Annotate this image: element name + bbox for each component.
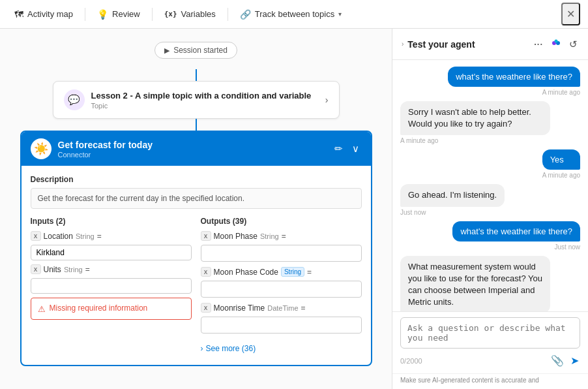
edit-icon: ✏ [334,143,343,154]
location-input[interactable] [31,245,192,260]
close-button[interactable]: ✕ [561,3,580,25]
message-2-time: A minute ago [400,137,550,144]
chat-bubble-icon: 💬 [68,94,80,106]
error-box: ⚠ Missing required information [31,298,192,320]
message-2: Sorry I wasn't able to help better. Woul… [400,101,550,144]
session-started-container: ▶ Session started [13,42,379,59]
chat-body: what's the weathere like there? A minute… [392,60,588,311]
error-text: Missing required information [50,303,148,313]
moon-phase-type: String [260,232,279,240]
chat-input[interactable] [400,317,580,349]
warning-icon: ⚠ [38,304,46,314]
connector-header-text: Get forecast for today Connector [58,140,325,159]
message-2-bubble: Sorry I wasn't able to help better. Woul… [400,101,550,135]
chat-footer-row: 0/2000 📎 ➤ [400,353,580,368]
refresh-button[interactable]: ↺ [568,37,579,52]
moon-phase-output [201,245,362,262]
moon-phase-code-eq: = [307,268,312,277]
output-row-moon-phase: x Moon Phase String = [201,231,362,241]
message-1-time: A minute ago [448,89,580,96]
moon-phase-badge: x [201,231,211,241]
play-icon: ▶ [164,46,169,55]
left-panel: ▶ Session started 💬 Lesson 2 - A simple … [0,29,392,389]
units-input[interactable] [31,278,192,294]
location-badge: x [31,231,41,241]
attach-button[interactable]: 📎 [550,353,565,368]
topbar-review-label: Review [112,9,140,19]
chevron-down-icon: ▾ [338,10,342,18]
topbar-review[interactable]: 💡 Review [91,5,147,23]
main-content: ▶ Session started 💬 Lesson 2 - A simple … [0,29,588,389]
description-text: Get the forecast for the current day in … [31,188,362,209]
copilot-logo-button[interactable] [548,35,564,53]
variables-icon: {x} [164,10,177,18]
see-more-button[interactable]: › See more (36) [201,341,362,356]
chat-header-actions: ··· ↺ [533,35,579,53]
location-eq: = [97,232,102,241]
connector-title: Get forecast for today [58,140,325,150]
topbar: 🗺 Activity map 💡 Review {x} Variables 🔗 … [0,0,588,29]
send-icon: ➤ [570,355,579,366]
chat-header: › Test your agent ··· ↺ [392,29,588,60]
connector-subtitle: Connector [58,151,325,159]
more-options-button[interactable]: ··· [533,38,544,50]
see-more-label: See more (36) [206,344,256,353]
collapse-icon: ∨ [352,143,359,154]
send-button[interactable]: ➤ [569,353,580,368]
sun-icon: ☀️ [34,142,48,156]
inputs-col: Inputs (2) x Location String = [31,217,192,356]
track-icon: 🔗 [240,9,251,20]
moon-phase-code-badge: x [201,267,211,277]
topic-node[interactable]: 💬 Lesson 2 - A simple topic with a condi… [53,81,340,119]
message-1: what's the weathere like there? A minute… [448,67,580,96]
edit-button[interactable]: ✏ [332,142,345,156]
message-4-time: Just now [400,209,505,216]
units-name: Units [44,265,61,274]
chat-footer: 0/2000 📎 ➤ [392,311,588,373]
location-type: String [76,232,95,240]
input-row-units: x Units String = [31,264,192,274]
message-3-bubble: Yes [542,149,580,170]
message-5-time: Just now [452,243,580,251]
svg-point-2 [555,40,558,43]
review-icon: 💡 [97,9,108,20]
topbar-activity-map-label: Activity map [27,9,73,19]
connector-body: Description Get the forecast for the cur… [22,166,371,365]
connector-header-actions: ✏ ∨ [332,142,362,156]
topic-node-text: Lesson 2 - A simple topic with a conditi… [91,91,319,110]
message-4-bubble: Go ahead. I'm listening. [400,184,505,206]
message-1-bubble: what's the weathere like there? [448,67,580,87]
description-label: Description [31,175,362,184]
message-4: Go ahead. I'm listening. Just now [400,184,505,215]
moonrise-badge: x [201,303,211,313]
connector-line-2 [196,119,197,131]
moonrise-type: DateTime [267,304,298,312]
message-3: Yes A minute ago [542,149,580,179]
io-row: Inputs (2) x Location String = [31,217,362,356]
units-eq: = [85,265,90,274]
chat-title: Test your agent [407,39,529,50]
topic-icon: 💬 [64,89,85,110]
message-5-bubble: what's the weather like there? [452,221,580,241]
topbar-separator-3 [228,8,228,21]
topbar-track[interactable]: 🔗 Track between topics ▾ [233,5,348,23]
moonrise-eq: = [301,303,306,313]
message-5: what's the weather like there? Just now [452,221,580,251]
message-6: What measurement system would you like t… [400,256,550,311]
connector-line-1 [196,69,197,81]
moonrise-output [201,317,362,334]
chat-disclaimer: Make sure AI-generated content is accura… [392,373,588,389]
expand-icon[interactable]: › [402,40,404,48]
outputs-col: Outputs (39) x Moon Phase String = [201,217,362,356]
topbar-activity-map[interactable]: 🗺 Activity map [8,5,80,23]
connector-icon-wrap: ☀️ [31,138,51,159]
map-icon: 🗺 [14,9,23,20]
topbar-variables[interactable]: {x} Variables [158,5,222,23]
moonrise-name: Moonrise Time [214,303,265,313]
collapse-button[interactable]: ∨ [349,142,362,156]
session-started-button[interactable]: ▶ Session started [154,42,237,59]
moon-phase-code-name: Moon Phase Code [214,268,278,277]
paperclip-icon: 📎 [551,355,564,366]
topbar-track-label: Track between topics [255,9,334,19]
outputs-section-title: Outputs (39) [201,217,362,226]
